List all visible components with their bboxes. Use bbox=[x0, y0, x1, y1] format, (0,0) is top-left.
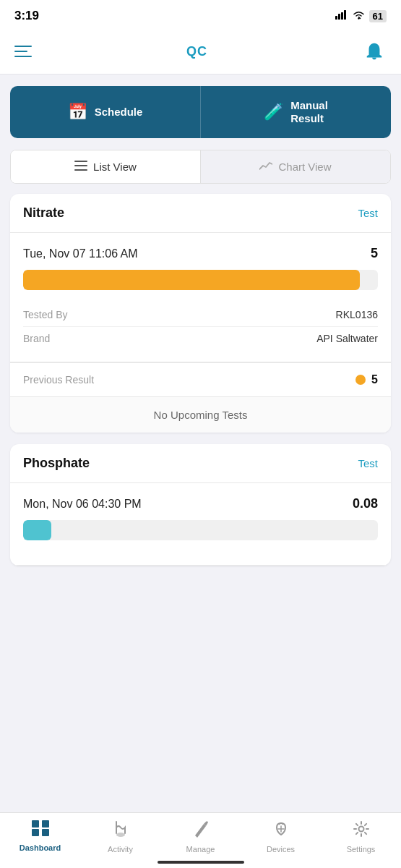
svg-rect-9 bbox=[42, 820, 49, 827]
signal-icon bbox=[335, 9, 348, 22]
schedule-icon: 📅 bbox=[68, 103, 87, 122]
nav-activity-label: Activity bbox=[108, 845, 133, 854]
nitrate-date: Tue, Nov 07 11:06 AM bbox=[23, 247, 138, 260]
nav-settings-label: Settings bbox=[347, 845, 376, 854]
action-buttons: 📅 Schedule 🧪 ManualResult bbox=[10, 86, 391, 138]
nitrate-card: Nitrate Test Tue, Nov 07 11:06 AM 5 Test… bbox=[10, 194, 391, 433]
nav-devices-label: Devices bbox=[267, 845, 295, 854]
phosphate-test-button[interactable]: Test bbox=[358, 457, 378, 469]
manual-result-label: ManualResult bbox=[290, 99, 328, 125]
devices-icon bbox=[272, 820, 290, 842]
list-view-tab[interactable]: List View bbox=[11, 150, 200, 183]
list-view-icon bbox=[74, 161, 87, 173]
svg-rect-2 bbox=[341, 12, 343, 20]
status-bar: 3:19 61 bbox=[0, 0, 401, 29]
nitrate-previous-result: Previous Result 5 bbox=[10, 362, 391, 397]
nitrate-test-button[interactable]: Test bbox=[358, 207, 378, 219]
home-indicator bbox=[158, 861, 244, 864]
nav-activity[interactable]: Activity bbox=[99, 820, 142, 854]
svg-rect-0 bbox=[335, 16, 337, 20]
chart-view-label: Chart View bbox=[278, 161, 331, 173]
phosphate-progress-fill bbox=[23, 520, 51, 540]
nitrate-value: 5 bbox=[371, 246, 378, 261]
svg-rect-10 bbox=[32, 829, 39, 836]
status-time: 3:19 bbox=[14, 9, 39, 23]
chart-view-tab[interactable]: Chart View bbox=[201, 150, 390, 183]
chart-view-icon bbox=[259, 161, 272, 173]
svg-rect-5 bbox=[74, 161, 87, 162]
phosphate-entry: Mon, Nov 06 04:30 PM 0.08 bbox=[10, 483, 391, 566]
nitrate-brand-label: Brand bbox=[23, 333, 50, 344]
nitrate-prev-value: 5 bbox=[371, 373, 378, 386]
schedule-label: Schedule bbox=[95, 106, 143, 119]
nitrate-prev-value-row: 5 bbox=[355, 373, 378, 386]
svg-point-13 bbox=[358, 827, 363, 832]
svg-rect-7 bbox=[74, 169, 87, 171]
nitrate-progress-container bbox=[23, 270, 378, 290]
list-view-label: List View bbox=[93, 161, 137, 173]
nitrate-tested-by-value: RKL0136 bbox=[336, 309, 378, 320]
nitrate-prev-label: Previous Result bbox=[23, 374, 94, 386]
phosphate-card: Phosphate Test Mon, Nov 06 04:30 PM 0.08 bbox=[10, 444, 391, 566]
svg-point-12 bbox=[116, 833, 125, 837]
nitrate-entry-row: Tue, Nov 07 11:06 AM 5 bbox=[23, 246, 378, 261]
nav-devices[interactable]: Devices bbox=[259, 820, 303, 854]
nitrate-card-header: Nitrate Test bbox=[10, 194, 391, 233]
wifi-icon bbox=[353, 9, 365, 22]
svg-rect-11 bbox=[42, 829, 49, 836]
app-header: QC bbox=[0, 29, 401, 75]
nav-dashboard-label: Dashboard bbox=[20, 843, 61, 852]
nitrate-brand-value: API Saltwater bbox=[316, 333, 378, 344]
svg-rect-1 bbox=[338, 14, 340, 20]
nitrate-title: Nitrate bbox=[23, 205, 64, 221]
manual-result-icon: 🧪 bbox=[264, 103, 283, 122]
page-title: QC bbox=[186, 44, 207, 59]
manage-icon bbox=[193, 820, 209, 842]
activity-icon bbox=[113, 820, 129, 842]
nitrate-entry: Tue, Nov 07 11:06 AM 5 Tested By RKL0136… bbox=[10, 233, 391, 362]
phosphate-title: Phosphate bbox=[23, 456, 90, 471]
phosphate-value: 0.08 bbox=[353, 496, 378, 511]
nav-manage-label: Manage bbox=[186, 845, 215, 854]
dashboard-icon bbox=[32, 820, 49, 841]
phosphate-card-header: Phosphate Test bbox=[10, 444, 391, 483]
manual-result-button[interactable]: 🧪 ManualResult bbox=[201, 86, 391, 138]
menu-button[interactable] bbox=[14, 46, 32, 57]
battery-icon: 61 bbox=[369, 10, 387, 22]
phosphate-progress-container bbox=[23, 520, 378, 540]
phosphate-entry-row: Mon, Nov 06 04:30 PM 0.08 bbox=[23, 496, 378, 511]
nav-manage[interactable]: Manage bbox=[179, 820, 223, 854]
settings-icon bbox=[353, 820, 370, 842]
status-icons: 61 bbox=[335, 9, 387, 22]
nitrate-no-upcoming: No Upcoming Tests bbox=[10, 397, 391, 433]
svg-rect-3 bbox=[344, 10, 346, 20]
svg-point-4 bbox=[358, 17, 359, 19]
nitrate-prev-dot bbox=[355, 375, 366, 385]
nitrate-tested-by-row: Tested By RKL0136 bbox=[23, 303, 378, 327]
nitrate-brand-row: Brand API Saltwater bbox=[23, 327, 378, 350]
svg-rect-8 bbox=[32, 820, 39, 827]
bottom-nav: Dashboard Activity Manage Devices bbox=[0, 812, 401, 868]
svg-rect-6 bbox=[74, 165, 87, 166]
nav-dashboard[interactable]: Dashboard bbox=[19, 820, 62, 854]
view-toggle: List View Chart View bbox=[10, 150, 391, 184]
schedule-button[interactable]: 📅 Schedule bbox=[10, 86, 201, 138]
nitrate-progress-fill bbox=[23, 270, 360, 290]
nav-settings[interactable]: Settings bbox=[340, 820, 383, 854]
nitrate-meta: Tested By RKL0136 Brand API Saltwater bbox=[23, 303, 378, 350]
nitrate-tested-by-label: Tested By bbox=[23, 309, 67, 320]
phosphate-date: Mon, Nov 06 04:30 PM bbox=[23, 498, 142, 511]
notification-button[interactable] bbox=[362, 39, 387, 64]
